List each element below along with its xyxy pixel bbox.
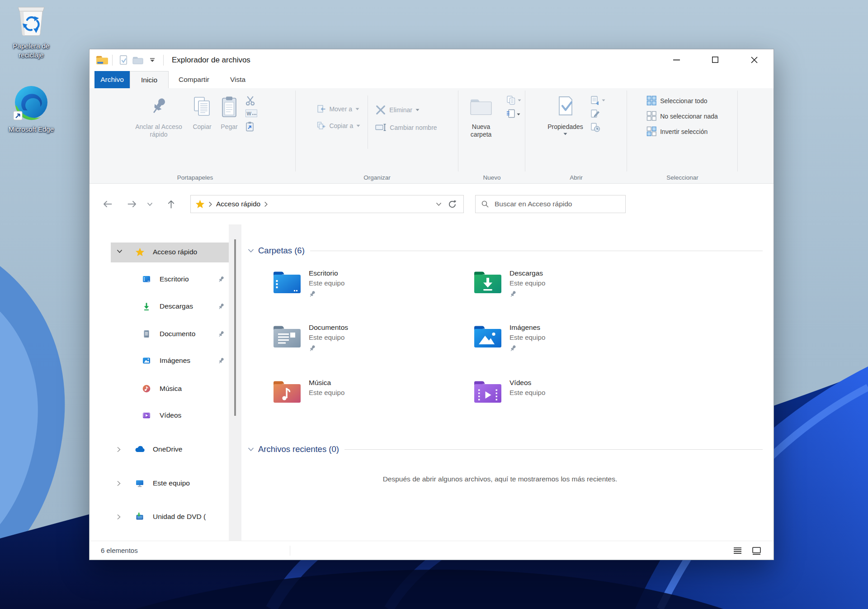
section-title: Archivos recientes (0) (258, 444, 339, 454)
open-button[interactable] (590, 95, 605, 105)
sidebar-item-escritorio[interactable]: Escritorio (90, 270, 241, 290)
file-explorer-window: Explorador de archivos Archivo Inicio Co… (89, 49, 774, 560)
tab-compartir[interactable]: Compartir (169, 71, 219, 88)
maximize-button[interactable] (696, 49, 735, 70)
dropdown-icon (356, 124, 360, 127)
sidebar-item-acceso-rapido[interactable]: Acceso rápido (90, 243, 241, 262)
sidebar-item-descargas[interactable]: Descargas (90, 297, 241, 317)
sidebar-scrollbar[interactable] (229, 224, 241, 541)
edit-button[interactable] (590, 109, 605, 119)
cut-button[interactable] (245, 95, 257, 105)
section-rule (310, 251, 763, 251)
sidebar-item-dvd-drive[interactable]: Unidad de DVD ( (90, 507, 241, 527)
move-to-button[interactable]: Mover a (316, 105, 360, 114)
desktop-icon-recycle-bin[interactable]: Papelera de reciclaje (1, 4, 61, 59)
delete-button[interactable]: Eliminar (375, 105, 437, 115)
pin-icon (509, 344, 517, 352)
paste-button[interactable]: Pegar (216, 91, 242, 171)
group-label: Nuevo (458, 174, 525, 181)
button-label: Copiar a (329, 122, 353, 129)
address-dropdown-button[interactable] (432, 197, 445, 211)
section-header-archivos-recientes[interactable]: Archivos recientes (0) (248, 443, 763, 455)
folder-name: Documentos (309, 324, 348, 332)
refresh-button[interactable] (445, 197, 459, 211)
chevron-collapsed-icon[interactable] (117, 481, 121, 486)
sidebar-item-documentos[interactable]: Documento (90, 324, 241, 344)
tab-inicio[interactable]: Inicio (130, 71, 169, 88)
pictures-icon (142, 356, 151, 365)
new-item-button[interactable] (506, 109, 521, 120)
tab-archivo[interactable]: Archivo (94, 71, 130, 88)
section-chevron-icon[interactable] (248, 447, 254, 452)
scissors-icon (245, 95, 255, 105)
sidebar-item-imagenes[interactable]: Imágenes (90, 351, 241, 371)
easy-access-button[interactable] (506, 95, 521, 105)
folder-tile-documentos[interactable]: Documentos Este equipo (272, 324, 348, 354)
desktop-folder-icon (272, 269, 302, 295)
folder-name: Imágenes (509, 324, 545, 332)
status-bar: 6 elementos (90, 541, 774, 560)
folder-tile-imagenes[interactable]: Imágenes Este equipo (473, 324, 545, 354)
section-title: Carpetas (6) (258, 246, 305, 256)
copy-to-button[interactable]: Copiar a (316, 121, 360, 130)
folder-location: Este equipo (309, 389, 344, 396)
qat-properties-button[interactable] (117, 54, 130, 67)
address-bar[interactable]: Acceso rápido (190, 195, 464, 213)
button-label: Mover a (329, 105, 352, 113)
history-button[interactable] (590, 123, 605, 133)
qat-dropdown-icon (150, 58, 155, 62)
pin-icon (218, 357, 225, 365)
breadcrumb-segment[interactable]: Acceso rápido (216, 200, 260, 208)
folder-tile-musica[interactable]: Música Este equipo (272, 379, 344, 405)
up-button[interactable] (163, 196, 179, 212)
folder-tile-videos[interactable]: Vídeos Este equipo (473, 379, 545, 405)
recent-files-empty-message: Después de abrir algunos archivos, aquí … (245, 475, 755, 483)
scrollbar-thumb[interactable] (234, 239, 236, 416)
copy-path-button[interactable]: W (245, 109, 257, 117)
chevron-collapsed-icon[interactable] (117, 447, 121, 452)
tab-vista[interactable]: Vista (219, 71, 256, 88)
section-header-carpetas[interactable]: Carpetas (6) (248, 245, 763, 257)
sidebar-item-onedrive[interactable]: OneDrive (90, 440, 241, 460)
properties-button[interactable]: Propiedades (543, 91, 587, 171)
large-icons-view-button[interactable] (751, 545, 763, 557)
qat-customize-button[interactable] (146, 54, 159, 67)
search-box[interactable] (475, 195, 626, 213)
folder-tile-escritorio[interactable]: Escritorio Este equipo (272, 269, 344, 300)
button-label: Copiar (193, 123, 211, 131)
recent-locations-button[interactable] (144, 196, 155, 212)
select-none-button[interactable]: No seleccionar nada (646, 111, 718, 121)
close-button[interactable] (735, 49, 774, 70)
rename-button[interactable]: Cambiar nombre (375, 123, 437, 132)
invert-selection-button[interactable]: Invertir selección (646, 126, 718, 137)
qat-new-folder-button[interactable] (132, 54, 144, 67)
section-chevron-icon[interactable] (248, 248, 254, 253)
sidebar-item-musica[interactable]: Música (90, 379, 241, 399)
minimize-button[interactable] (657, 49, 696, 70)
sidebar-item-este-equipo[interactable]: Este equipo (90, 474, 241, 494)
forward-button[interactable] (124, 196, 140, 212)
sidebar-item-label: Descargas (160, 302, 193, 310)
rename-icon (375, 123, 387, 132)
edge-icon (13, 84, 50, 121)
folder-location: Este equipo (309, 333, 348, 341)
select-all-button[interactable]: Seleccionar todo (646, 95, 718, 106)
paste-shortcut-button[interactable] (245, 121, 257, 132)
details-view-button[interactable] (732, 545, 744, 557)
breadcrumb-chevron-icon[interactable] (208, 201, 212, 207)
chevron-expanded-icon[interactable] (117, 249, 123, 253)
sidebar-item-videos[interactable]: Vídeos (90, 406, 241, 426)
desktop-icon-edge[interactable]: Microsoft Edge (1, 84, 61, 134)
new-folder-button[interactable]: Nueva carpeta (459, 91, 503, 171)
chevron-collapsed-icon[interactable] (117, 514, 121, 520)
sidebar-item-label: Escritorio (160, 275, 189, 283)
pin-to-quick-access-button[interactable]: Anclar al Acceso rápido (129, 91, 188, 171)
breadcrumb-chevron-icon[interactable] (264, 201, 268, 207)
search-icon (481, 200, 489, 208)
folder-tile-descargas[interactable]: Descargas Este equipo (473, 269, 545, 300)
back-button[interactable] (99, 196, 115, 212)
list-view-icon (734, 547, 742, 554)
quick-access-star-icon (135, 247, 145, 257)
copy-button[interactable]: Copiar (188, 91, 216, 171)
search-input[interactable] (495, 200, 620, 208)
